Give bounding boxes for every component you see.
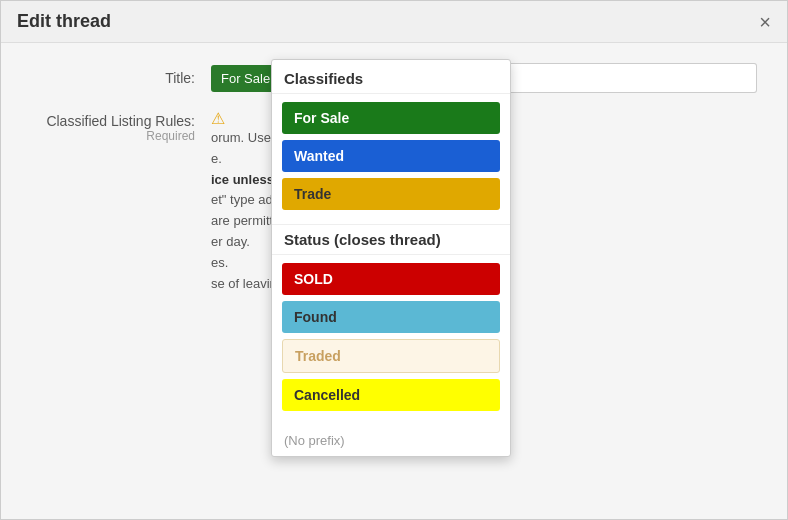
edit-thread-modal: Edit thread × Title: For Sale ▾ Classifi… (0, 0, 788, 520)
no-prefix-option[interactable]: (No prefix) (272, 425, 510, 456)
rule-line2: e. (211, 151, 222, 166)
dropdown-item-for-sale[interactable]: For Sale (282, 102, 500, 134)
classifieds-section-title: Classifieds (272, 60, 510, 94)
dropdown-item-trade[interactable]: Trade (282, 178, 500, 210)
rule-line7: es. (211, 255, 228, 270)
dropdown-item-sold[interactable]: SOLD (282, 263, 500, 295)
classifieds-items: For Sale Wanted Trade (272, 94, 510, 224)
dropdown-item-traded[interactable]: Traded (282, 339, 500, 373)
status-section-title: Status (closes thread) (272, 224, 510, 255)
warning-icon: ⚠ (211, 109, 225, 128)
dropdown-item-cancelled[interactable]: Cancelled (282, 379, 500, 411)
prefix-label: For Sale (221, 71, 270, 86)
dropdown-item-wanted[interactable]: Wanted (282, 140, 500, 172)
close-button[interactable]: × (759, 12, 771, 32)
prefix-dropdown: Classifieds For Sale Wanted Trade Status… (271, 59, 511, 457)
modal-header: Edit thread × (1, 1, 787, 43)
rule-line6: er day. (211, 234, 250, 249)
required-label: Required (146, 129, 195, 143)
status-items: SOLD Found Traded Cancelled (272, 255, 510, 425)
classified-label: Classified Listing Rules: (46, 109, 195, 129)
dropdown-item-found[interactable]: Found (282, 301, 500, 333)
modal-title: Edit thread (17, 11, 111, 32)
title-label: Title: (31, 70, 211, 86)
